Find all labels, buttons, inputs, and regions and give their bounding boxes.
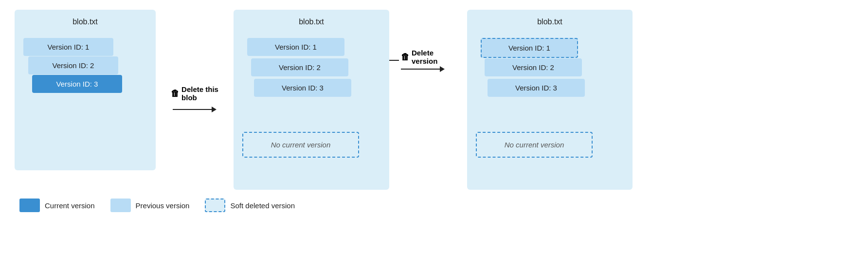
connector-1-line [173, 109, 212, 110]
panel-1-v2: Version ID: 2 [28, 56, 118, 74]
connector-1-label: Delete this blob [181, 85, 218, 102]
main-container: blob.txt Version ID: 1 Version ID: 2 Ver… [0, 0, 868, 271]
connector-2-label-group: 🗑 Delete version [401, 49, 445, 72]
panel-2: blob.txt Version ID: 1 Version ID: 2 Ver… [234, 10, 389, 190]
panel-3-versions: Version ID: 1 Version ID: 2 Version ID: … [476, 38, 602, 123]
legend-item-previous: Previous version [110, 199, 190, 212]
panel-1-v1: Version ID: 1 [23, 38, 113, 56]
legend-label-soft-deleted: Soft deleted version [230, 201, 295, 210]
panel-1: blob.txt Version ID: 1 Version ID: 2 Ver… [15, 10, 156, 170]
connector-2: 🗑 Delete version [389, 10, 467, 72]
panel-2-title: blob.txt [299, 18, 324, 26]
panel-2-versions: Version ID: 1 Version ID: 2 Version ID: … [242, 38, 359, 123]
connector-2-row: 🗑 Delete version [389, 49, 447, 72]
connector-2-line-left [389, 60, 399, 61]
panel-2-v1: Version ID: 1 [247, 38, 344, 56]
panel-2-no-current: No current version [242, 132, 359, 158]
diagrams-row: blob.txt Version ID: 1 Version ID: 2 Ver… [15, 10, 853, 190]
legend-item-current: Current version [19, 199, 95, 212]
connector-2-line [401, 69, 440, 70]
legend-box-soft-deleted [205, 199, 225, 212]
connector-1-arrowhead [212, 107, 217, 112]
panel-1-v3: Version ID: 3 [32, 75, 122, 93]
connector-1: 🗑 Delete this blob [156, 10, 234, 112]
connector-2-arrow [401, 66, 445, 72]
panel-3-title: blob.txt [537, 18, 562, 26]
panel-3-v2: Version ID: 2 [485, 58, 582, 76]
legend-box-current [19, 199, 40, 212]
panel-1-versions: Version ID: 1 Version ID: 2 Version ID: … [23, 38, 121, 123]
connector-1-arrow [173, 107, 217, 112]
panel-3: blob.txt Version ID: 1 Version ID: 2 Ver… [467, 10, 633, 190]
legend-label-previous: Previous version [136, 201, 190, 210]
connector-2-arrowhead [440, 66, 445, 72]
connector-2-label: Delete version [412, 49, 437, 65]
panel-3-v3: Version ID: 3 [488, 79, 585, 97]
panel-1-title: blob.txt [72, 18, 98, 26]
legend-row: Current version Previous version Soft de… [15, 199, 853, 212]
connector-2-label-row: 🗑 Delete version [401, 49, 437, 65]
legend-item-soft-deleted: Soft deleted version [205, 199, 295, 212]
panel-3-v1: Version ID: 1 [481, 38, 578, 58]
panel-3-no-current: No current version [476, 132, 593, 158]
legend-label-current: Current version [45, 201, 95, 210]
panel-2-v2: Version ID: 2 [251, 58, 348, 76]
panel-2-v3: Version ID: 3 [254, 79, 351, 97]
legend-box-previous [110, 199, 131, 212]
trash-icon-1: 🗑 [171, 89, 180, 99]
connector-1-label-row: 🗑 Delete this blob [171, 85, 218, 102]
trash-icon-2: 🗑 [401, 52, 410, 62]
